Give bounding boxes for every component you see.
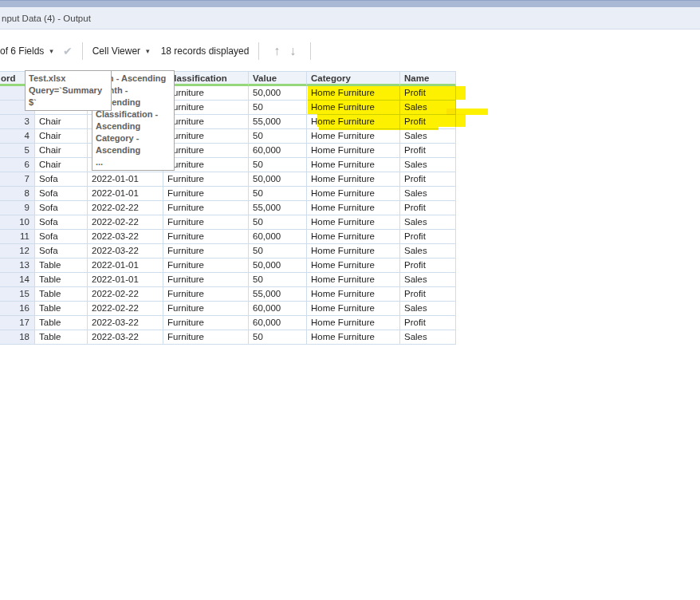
table-cell: 50,000 xyxy=(249,259,307,273)
column-header-6[interactable]: Name xyxy=(400,72,456,86)
table-row[interactable]: 12Sofa2022-03-22Furniture50Home Furnitur… xyxy=(0,244,456,259)
table-cell: Profit xyxy=(400,115,456,129)
results-panel-title: nput Data (4) - Output xyxy=(2,14,91,23)
table-row[interactable]: 16Table2022-02-22Furniture60,000Home Fur… xyxy=(0,302,456,316)
table-cell: Furniture xyxy=(163,273,249,287)
table-cell: Home Furniture xyxy=(307,230,400,244)
row-number-cell: 7 xyxy=(0,172,35,187)
row-number-cell: 11 xyxy=(0,230,35,244)
cell-viewer-dropdown[interactable]: Cell Viewer xyxy=(92,45,140,57)
table-cell: Furniture xyxy=(163,230,249,244)
table-cell: Furniture xyxy=(163,129,249,144)
table-cell: Furniture xyxy=(163,144,249,158)
panel-splitter[interactable] xyxy=(0,0,700,7)
table-cell: 55,000 xyxy=(249,201,307,215)
table-cell: Table xyxy=(35,302,88,316)
row-number-cell: 18 xyxy=(0,330,35,345)
column-header-3[interactable]: Classification xyxy=(163,72,249,86)
records-displayed-label: 18 records displayed xyxy=(161,45,250,57)
table-cell: Sales xyxy=(400,273,456,287)
table-cell: Home Furniture xyxy=(307,187,400,201)
table-row[interactable]: 13Table2022-01-01Furniture50,000Home Fur… xyxy=(0,259,456,273)
row-number-cell: 17 xyxy=(0,316,35,330)
table-row[interactable]: 7Sofa2022-01-01Furniture50,000Home Furni… xyxy=(0,172,456,187)
toolbar-separator xyxy=(82,42,83,60)
alteryx-designer-window: 1 2 3 xyxy=(0,0,700,600)
table-cell: Sales xyxy=(400,244,456,259)
table-row[interactable]: 5Chair2022-03-22Furniture60,000Home Furn… xyxy=(0,144,456,158)
table-cell: 60,000 xyxy=(249,144,307,158)
table-cell: Home Furniture xyxy=(307,244,400,259)
row-number-cell: 15 xyxy=(0,287,35,302)
table-cell: Sofa xyxy=(35,201,88,215)
chevron-down-icon[interactable]: ▾ xyxy=(49,47,53,55)
table-cell: 50 xyxy=(249,244,307,259)
table-cell: Sales xyxy=(400,101,456,115)
results-toolbar: of 6 Fields ▾ ✔ Cell Viewer ▾ 18 records… xyxy=(0,40,321,62)
table-cell: Home Furniture xyxy=(307,273,400,287)
row-number-cell: 12 xyxy=(0,244,35,259)
table-cell: 55,000 xyxy=(249,115,307,129)
table-row[interactable]: 15Table2022-02-22Furniture55,000Home Fur… xyxy=(0,287,456,302)
table-cell: 2022-01-01 xyxy=(88,172,163,187)
results-grid: ordItemmonthClassificationValueCategoryN… xyxy=(0,71,456,345)
chevron-down-icon[interactable]: ▾ xyxy=(146,47,150,55)
input-data-annotation[interactable]: Test.xlsx Query=`Summary $` xyxy=(25,70,112,111)
table-cell: 55,000 xyxy=(249,287,307,302)
row-number-cell: 3 xyxy=(0,115,35,129)
move-down-arrow-icon[interactable]: ↓ xyxy=(289,45,296,57)
table-cell: Home Furniture xyxy=(307,302,400,316)
table-cell: 2022-02-22 xyxy=(88,201,163,215)
toolbar-separator xyxy=(258,42,259,60)
table-cell: Sales xyxy=(400,215,456,230)
fields-dropdown-label[interactable]: of 6 Fields xyxy=(0,45,44,57)
table-cell: Chair xyxy=(35,115,88,129)
table-cell: Sales xyxy=(400,187,456,201)
row-number-cell: 13 xyxy=(0,259,35,273)
table-cell: Furniture xyxy=(163,287,249,302)
table-row[interactable]: 6Chair2022-03-22Furniture50Home Furnitur… xyxy=(0,158,456,172)
table-row[interactable]: 4Chair2022-02-22Furniture50Home Furnitur… xyxy=(0,129,456,144)
table-row[interactable]: 14Table2022-01-01Furniture50Home Furnitu… xyxy=(0,273,456,287)
table-cell: Profit xyxy=(400,287,456,302)
table-cell: Home Furniture xyxy=(307,330,400,345)
table-row[interactable]: 18Table2022-03-22Furniture50Home Furnitu… xyxy=(0,330,456,345)
table-row[interactable]: 17Table2022-03-22Furniture60,000Home Fur… xyxy=(0,316,456,330)
column-header-4[interactable]: Value xyxy=(249,72,307,86)
table-row[interactable]: 11Sofa2022-03-22Furniture60,000Home Furn… xyxy=(0,230,456,244)
table-cell: Furniture xyxy=(163,316,249,330)
table-row[interactable]: 9Sofa2022-02-22Furniture55,000Home Furni… xyxy=(0,201,456,215)
table-row[interactable]: 8Sofa2022-01-01Furniture50Home Furniture… xyxy=(0,187,456,201)
toolbar-separator xyxy=(310,42,311,60)
results-table-body: 1Chair2022-01-01Furniture50,000Home Furn… xyxy=(0,86,456,345)
table-cell: 2022-03-22 xyxy=(88,230,163,244)
table-cell: Sales xyxy=(400,158,456,172)
table-cell: Home Furniture xyxy=(307,287,400,302)
table-cell: Furniture xyxy=(163,86,249,101)
table-cell: 60,000 xyxy=(249,316,307,330)
table-cell: 2022-01-01 xyxy=(88,259,163,273)
table-cell: Profit xyxy=(400,230,456,244)
column-header-5[interactable]: Category xyxy=(307,72,400,86)
table-cell: Table xyxy=(35,287,88,302)
table-cell: Chair xyxy=(35,129,88,144)
table-row[interactable]: 10Sofa2022-02-22Furniture50Home Furnitur… xyxy=(0,215,456,230)
table-cell: 60,000 xyxy=(249,230,307,244)
results-panel: nput Data (4) - Output of 6 Fields ▾ ✔ C… xyxy=(0,0,700,361)
table-row[interactable]: 3Chair2022-02-22Furniture55,000Home Furn… xyxy=(0,115,456,129)
table-cell: Furniture xyxy=(163,101,249,115)
apply-check-icon[interactable]: ✔ xyxy=(63,45,73,57)
row-number-cell: 6 xyxy=(0,158,35,172)
table-cell: Profit xyxy=(400,172,456,187)
table-cell: Furniture xyxy=(163,115,249,129)
table-cell: Home Furniture xyxy=(307,86,400,101)
row-number-cell: 10 xyxy=(0,215,35,230)
table-cell: Furniture xyxy=(163,330,249,345)
table-cell: 2022-02-22 xyxy=(88,215,163,230)
table-cell: Sofa xyxy=(35,230,88,244)
move-up-arrow-icon[interactable]: ↑ xyxy=(273,45,280,57)
table-cell: Home Furniture xyxy=(307,144,400,158)
table-cell: Furniture xyxy=(163,201,249,215)
table-cell: Furniture xyxy=(163,187,249,201)
table-cell: Furniture xyxy=(163,158,249,172)
